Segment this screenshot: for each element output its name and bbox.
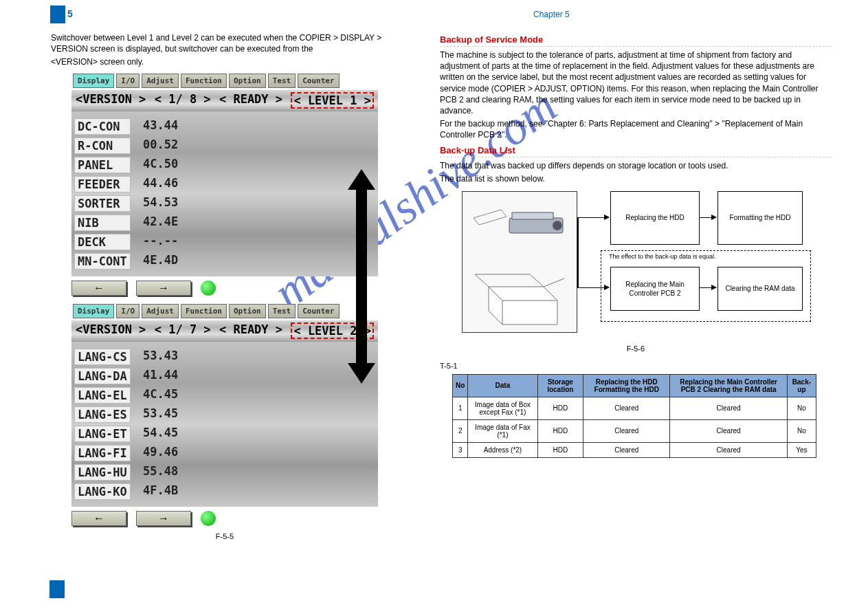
body-text: <VERSION> screen only. [51,56,401,67]
table-cell: No [787,419,816,442]
table-cell: 3 [453,442,468,457]
flow-diagram: Replacing the HDD Formatting the HDD Rep… [440,191,832,341]
parts-photo [462,191,577,333]
row-value: 41.44 [143,368,178,384]
lcd-tab[interactable]: Test [268,304,296,318]
lcd-tab[interactable]: I/O [116,304,140,318]
row-value: 42.4E [143,215,178,231]
row-value: 4E.4D [143,253,178,270]
table-cell: Cleared [583,442,670,457]
lcd-tab[interactable]: Display [73,304,114,318]
header-accent [50,6,65,23]
table-row: 2Image data of Fax (*1)HDDClearedCleared… [453,419,816,442]
lcd-row: LANG-DA41.44 [74,368,375,384]
table-cell: HDD [537,442,583,457]
prev-button[interactable]: ← [71,281,126,296]
lcd-body: DC-CON43.44R-CON00.52PANEL4C.50FEEDER44.… [71,111,378,276]
table-cell: Yes [787,442,816,457]
left-column: Switchover between Level 1 and Level 2 c… [51,30,401,548]
lcd-row: LANG-HU55.48 [74,464,375,481]
diagram-box: Clearing the RAM data [717,267,803,311]
lcd-row: MN-CONT4E.4D [74,253,375,270]
lcd-row: DC-CON43.44 [74,118,375,135]
lcd-row: FEEDER44.46 [74,176,375,193]
table-row: 3Address (*2)HDDClearedClearedYes [453,442,816,457]
row-key: DECK [74,234,131,250]
body-text: Switchover between Level 1 and Level 2 c… [51,32,401,54]
section-title: Back-up Data List [440,145,832,157]
lcd-row: LANG-ES53.45 [74,406,375,423]
lcd-tab[interactable]: Adjust [142,304,179,318]
row-key: R-CON [74,138,131,154]
figure-caption: F-5-6 [440,344,832,354]
table-cell: Image data of Box except Fax (*1) [468,397,537,419]
row-key: LANG-EL [74,387,131,404]
info-icon[interactable] [201,511,216,526]
footer-accent [49,580,65,598]
next-button[interactable]: → [136,281,191,296]
row-value: 54.53 [143,195,178,212]
table-cell: 2 [453,419,468,442]
svg-marker-1 [474,210,507,225]
backup-data-table: NoDataStorage locationReplacing the HDD … [452,374,816,458]
figure-caption: F-5-5 [71,531,378,542]
section-title: Backup of Service Mode [440,34,832,47]
row-value: 44.46 [143,176,178,193]
svg-marker-0 [348,169,375,384]
chapter-number: 5 [67,8,73,19]
lcd-tab[interactable]: Option [229,304,266,318]
body-text: The data list is shown below. [440,173,832,184]
lcd-row: LANG-FI49.46 [74,445,375,461]
body-text: The machine is subject to the tolerance … [440,50,832,116]
lcd-tab[interactable]: I/O [116,74,140,88]
lcd-row: LANG-CS53.43 [74,349,375,365]
chapter-label: Chapter 5 [533,10,570,19]
table-cell: Image data of Fax (*1) [468,419,537,442]
lcd-tab[interactable]: Counter [298,304,339,318]
row-key: LANG-ES [74,406,131,423]
table-row: 1Image data of Box except Fax (*1)HDDCle… [453,397,816,419]
lcd-tab[interactable]: Adjust [142,74,179,88]
prev-button[interactable]: ← [71,511,126,526]
dashed-note: The effect to the back-up data is equal. [609,253,715,260]
right-column: Backup of Service Mode The machine is su… [440,30,832,458]
table-cell: HDD [537,397,583,419]
table-cell: Cleared [583,397,670,419]
next-button[interactable]: → [136,511,191,526]
lcd-statusbar: <VERSION >< 1/ 8 >< READY >< LEVEL 1 > [71,89,378,111]
info-icon[interactable] [201,281,216,296]
row-key: LANG-ET [74,426,131,442]
table-header: Storage location [537,374,583,397]
lcd-tab[interactable]: Function [181,74,227,88]
lcd-tab[interactable]: Test [268,74,296,88]
body-text: The data that was backed up differs depe… [440,160,832,171]
table-header: Replacing the HDD Formatting the HDD [583,374,670,397]
bidirectional-arrow-icon [348,169,375,384]
table-cell: Address (*2) [468,442,537,457]
lcd-row: DECK--.-- [74,234,375,250]
row-value: 53.45 [143,406,178,423]
row-key: PANEL [74,157,131,173]
row-value: 4F.4B [143,483,178,500]
row-value: 49.46 [143,445,178,461]
table-label: T-5-1 [440,361,832,371]
table-header: Back-up [787,374,816,397]
lcd-body: LANG-CS53.43LANG-DA41.44LANG-EL4C.45LANG… [71,342,378,507]
row-value: 4C.50 [143,157,178,173]
lcd-tab[interactable]: Option [229,74,266,88]
row-key: FEEDER [74,176,131,193]
lcd-statusbar: <VERSION >< 1/ 7 >< READY >< LEVEL 2 > [71,320,378,342]
table-cell: Cleared [670,419,787,442]
table-cell: Cleared [670,442,787,457]
lcd-tab[interactable]: Function [181,304,227,318]
row-value: --.-- [143,234,178,250]
lcd-row: LANG-EL4C.45 [74,387,375,404]
row-key: LANG-KO [74,483,131,500]
body-text: For the backup method, see "Chapter 6: P… [440,118,832,140]
lcd-tab[interactable]: Counter [298,74,339,88]
row-key: NIB [74,215,131,231]
row-value: 53.43 [143,349,178,365]
lcd-row: NIB42.4E [74,215,375,231]
lcd-tab[interactable]: Display [73,74,114,88]
diagram-box: Formatting the HDD [717,191,803,245]
